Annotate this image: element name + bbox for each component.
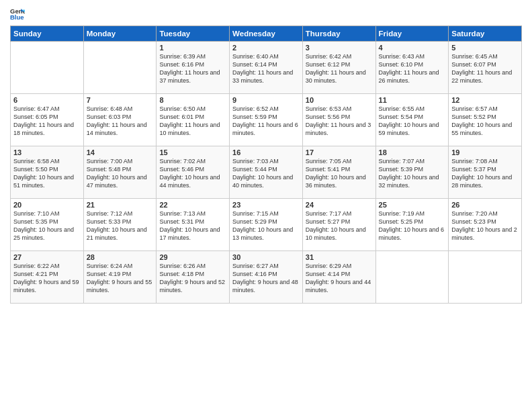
weekday-header-monday: Monday: [83, 26, 157, 42]
day-number: 19: [451, 148, 519, 156]
day-number: 3: [306, 44, 373, 52]
day-cell: 3Sunrise: 6:42 AMSunset: 6:12 PMDaylight…: [302, 42, 375, 94]
day-cell: 15Sunrise: 7:02 AMSunset: 5:46 PMDayligh…: [157, 146, 230, 199]
day-cell: 10Sunrise: 6:53 AMSunset: 5:56 PMDayligh…: [302, 94, 375, 146]
day-number: 22: [159, 201, 226, 209]
day-cell: [449, 251, 522, 304]
cell-info: Sunrise: 7:20 AMSunset: 5:23 PMDaylight:…: [451, 210, 517, 241]
day-number: 11: [379, 96, 446, 104]
day-cell: 11Sunrise: 6:55 AMSunset: 5:54 PMDayligh…: [375, 94, 449, 146]
day-cell: 24Sunrise: 7:17 AMSunset: 5:27 PMDayligh…: [302, 199, 375, 251]
cell-info: Sunrise: 6:58 AMSunset: 5:50 PMDaylight:…: [13, 158, 74, 189]
day-cell: 23Sunrise: 7:15 AMSunset: 5:29 PMDayligh…: [230, 199, 303, 251]
day-cell: 17Sunrise: 7:05 AMSunset: 5:41 PMDayligh…: [302, 146, 375, 199]
day-cell: 21Sunrise: 7:12 AMSunset: 5:33 PMDayligh…: [83, 199, 157, 251]
day-number: 20: [13, 201, 81, 209]
weekday-header-wednesday: Wednesday: [230, 26, 303, 42]
week-row-2: 6Sunrise: 6:47 AMSunset: 6:05 PMDaylight…: [11, 94, 522, 146]
cell-info: Sunrise: 7:05 AMSunset: 5:41 PMDaylight:…: [306, 158, 366, 189]
logo-icon: General Blue: [10, 7, 25, 21]
cell-info: Sunrise: 7:13 AMSunset: 5:31 PMDaylight:…: [159, 210, 220, 241]
weekday-header-row: SundayMondayTuesdayWednesdayThursdayFrid…: [11, 26, 522, 42]
page-container: General Blue SundayMondayTuesdayWednesda…: [0, 0, 532, 307]
day-number: 9: [232, 96, 300, 104]
logo: General Blue: [10, 7, 25, 21]
weekday-header-sunday: Sunday: [11, 26, 84, 42]
day-cell: 19Sunrise: 7:08 AMSunset: 5:37 PMDayligh…: [449, 146, 522, 199]
day-number: 12: [451, 96, 519, 104]
day-number: 8: [159, 96, 226, 104]
cell-info: Sunrise: 6:43 AMSunset: 6:10 PMDaylight:…: [379, 53, 439, 84]
day-cell: 16Sunrise: 7:03 AMSunset: 5:44 PMDayligh…: [230, 146, 303, 199]
cell-info: Sunrise: 6:29 AMSunset: 4:14 PMDaylight:…: [306, 263, 371, 293]
day-cell: 25Sunrise: 7:19 AMSunset: 5:25 PMDayligh…: [375, 199, 449, 251]
day-cell: 5Sunrise: 6:45 AMSunset: 6:07 PMDaylight…: [449, 42, 522, 94]
cell-info: Sunrise: 6:45 AMSunset: 6:07 PMDaylight:…: [451, 53, 512, 84]
day-cell: 27Sunrise: 6:22 AMSunset: 4:21 PMDayligh…: [11, 251, 84, 304]
header: General Blue: [10, 7, 522, 21]
day-cell: [375, 251, 449, 304]
cell-info: Sunrise: 6:57 AMSunset: 5:52 PMDaylight:…: [451, 105, 512, 136]
day-cell: 14Sunrise: 7:00 AMSunset: 5:48 PMDayligh…: [83, 146, 157, 199]
day-number: 15: [159, 148, 226, 156]
day-number: 21: [87, 201, 154, 209]
cell-info: Sunrise: 6:39 AMSunset: 6:16 PMDaylight:…: [159, 53, 220, 84]
calendar-table: SundayMondayTuesdayWednesdayThursdayFrid…: [10, 26, 522, 304]
cell-info: Sunrise: 6:42 AMSunset: 6:12 PMDaylight:…: [306, 53, 366, 84]
cell-info: Sunrise: 6:47 AMSunset: 6:05 PMDaylight:…: [13, 105, 74, 136]
weekday-header-thursday: Thursday: [302, 26, 375, 42]
day-number: 28: [87, 253, 154, 261]
day-number: 17: [306, 148, 373, 156]
day-number: 10: [306, 96, 373, 104]
week-row-5: 27Sunrise: 6:22 AMSunset: 4:21 PMDayligh…: [11, 251, 522, 304]
cell-info: Sunrise: 6:40 AMSunset: 6:14 PMDaylight:…: [232, 53, 293, 84]
day-number: 1: [159, 44, 226, 52]
cell-info: Sunrise: 7:15 AMSunset: 5:29 PMDaylight:…: [232, 210, 293, 241]
day-cell: 22Sunrise: 7:13 AMSunset: 5:31 PMDayligh…: [157, 199, 230, 251]
day-number: 14: [87, 148, 154, 156]
day-number: 7: [87, 96, 154, 104]
week-row-4: 20Sunrise: 7:10 AMSunset: 5:35 PMDayligh…: [11, 199, 522, 251]
day-cell: 26Sunrise: 7:20 AMSunset: 5:23 PMDayligh…: [449, 199, 522, 251]
cell-info: Sunrise: 6:50 AMSunset: 6:01 PMDaylight:…: [159, 105, 220, 136]
weekday-header-tuesday: Tuesday: [157, 26, 230, 42]
day-cell: 6Sunrise: 6:47 AMSunset: 6:05 PMDaylight…: [11, 94, 84, 146]
cell-info: Sunrise: 7:08 AMSunset: 5:37 PMDaylight:…: [451, 158, 512, 189]
day-number: 27: [13, 253, 81, 261]
day-cell: 13Sunrise: 6:58 AMSunset: 5:50 PMDayligh…: [11, 146, 84, 199]
day-cell: 12Sunrise: 6:57 AMSunset: 5:52 PMDayligh…: [449, 94, 522, 146]
day-cell: 31Sunrise: 6:29 AMSunset: 4:14 PMDayligh…: [302, 251, 375, 304]
cell-info: Sunrise: 6:55 AMSunset: 5:54 PMDaylight:…: [379, 105, 439, 136]
day-number: 25: [379, 201, 446, 209]
day-cell: 4Sunrise: 6:43 AMSunset: 6:10 PMDaylight…: [375, 42, 449, 94]
cell-info: Sunrise: 7:07 AMSunset: 5:39 PMDaylight:…: [379, 158, 439, 189]
day-number: 13: [13, 148, 81, 156]
day-cell: [11, 42, 84, 94]
day-number: 5: [451, 44, 519, 52]
weekday-header-saturday: Saturday: [449, 26, 522, 42]
cell-info: Sunrise: 6:22 AMSunset: 4:21 PMDaylight:…: [13, 263, 79, 293]
day-cell: 30Sunrise: 6:27 AMSunset: 4:16 PMDayligh…: [230, 251, 303, 304]
cell-info: Sunrise: 6:27 AMSunset: 4:16 PMDaylight:…: [232, 263, 298, 293]
day-number: 29: [159, 253, 226, 261]
weekday-header-friday: Friday: [375, 26, 449, 42]
cell-info: Sunrise: 6:53 AMSunset: 5:56 PMDaylight:…: [306, 105, 371, 136]
cell-info: Sunrise: 6:24 AMSunset: 4:19 PMDaylight:…: [87, 263, 152, 293]
day-cell: 7Sunrise: 6:48 AMSunset: 6:03 PMDaylight…: [83, 94, 157, 146]
day-number: 30: [232, 253, 300, 261]
day-number: 24: [306, 201, 373, 209]
day-cell: 8Sunrise: 6:50 AMSunset: 6:01 PMDaylight…: [157, 94, 230, 146]
cell-info: Sunrise: 7:12 AMSunset: 5:33 PMDaylight:…: [87, 210, 147, 241]
day-cell: 9Sunrise: 6:52 AMSunset: 5:59 PMDaylight…: [230, 94, 303, 146]
day-cell: [83, 42, 157, 94]
day-number: 31: [306, 253, 373, 261]
day-cell: 2Sunrise: 6:40 AMSunset: 6:14 PMDaylight…: [230, 42, 303, 94]
day-number: 18: [379, 148, 446, 156]
week-row-3: 13Sunrise: 6:58 AMSunset: 5:50 PMDayligh…: [11, 146, 522, 199]
svg-text:Blue: Blue: [10, 13, 24, 21]
day-number: 6: [13, 96, 81, 104]
cell-info: Sunrise: 7:19 AMSunset: 5:25 PMDaylight:…: [379, 210, 445, 241]
cell-info: Sunrise: 6:48 AMSunset: 6:03 PMDaylight:…: [87, 105, 147, 136]
day-number: 23: [232, 201, 300, 209]
day-number: 4: [379, 44, 446, 52]
